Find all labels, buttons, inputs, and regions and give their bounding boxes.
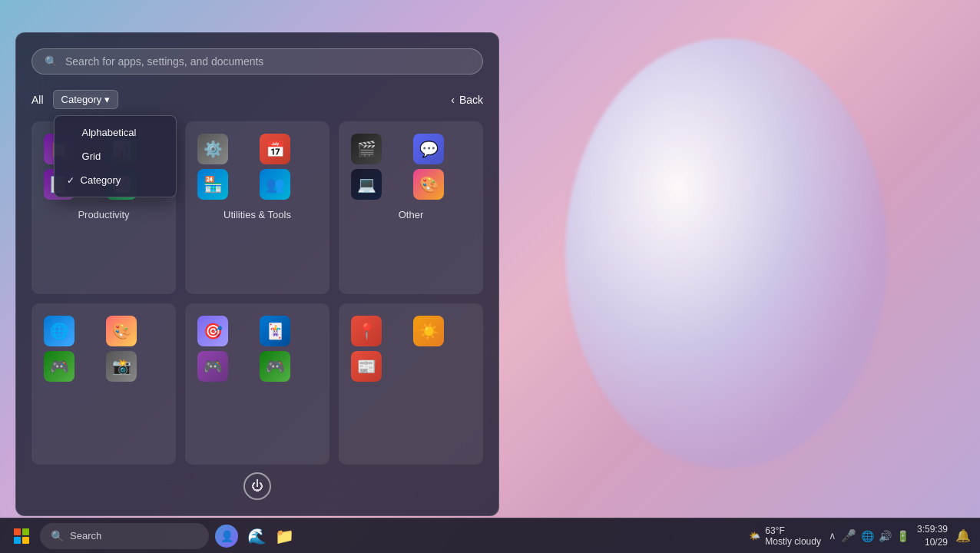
dropdown-item-grid[interactable]: Grid [55,144,176,168]
power-button-area: ⏻ [31,472,483,500]
clock-time: 3:59:39 [917,523,948,536]
search-bar[interactable]: 🔍 [31,48,483,75]
utilities-icons: ⚙️ 📅 🏪 👥 [197,134,317,200]
category-dropdown[interactable]: Category ▾ Alphabetical Grid Category [53,90,119,109]
folder-icon: 📁 [275,527,294,545]
edge-icon: 🌊 [247,527,267,545]
search-input[interactable] [65,55,470,68]
app-icon-photos: 🎨 [413,169,444,200]
filter-row: All Category ▾ Alphabetical Grid Categor… [31,90,483,109]
app-icon-xbox2: 🎮 [260,351,290,382]
entertainment-icons: 🎯 🃏 🎮 🎮 [197,316,317,382]
volume-icon[interactable]: 🔊 [879,530,892,542]
info-icons: 📍 ☀️ 📰 [351,316,471,382]
taskbar: 🔍 Search 👤 🌊 📁 🌤️ 63°F Mostly cloudy ∧ 🎤… [0,518,980,553]
weather-icon: 🌤️ [749,531,760,541]
category-card-info[interactable]: 📍 ☀️ 📰 [339,303,483,465]
win-logo-tr [22,528,29,535]
app-icon-msstore: 🏪 [197,169,228,200]
app-icon-empty [413,351,444,382]
app-icon-network: 🌐 [44,316,74,346]
taskbar-weather[interactable]: 🌤️ 63°F Mostly cloudy [749,525,821,547]
network-icon[interactable]: 🌐 [861,530,874,542]
power-button[interactable]: ⏻ [243,472,271,500]
category-card-gaming[interactable]: 🌐 🎨 🎮 📸 [31,303,176,465]
dropdown-item-alphabetical-label: Alphabetical [82,127,137,138]
win-logo-tl [14,528,21,535]
back-button[interactable]: ‹ Back [451,94,483,106]
app-icon-discord: 💬 [413,134,444,164]
mic-icon[interactable]: 🎤 [841,528,856,543]
app-icon-weather: ☀️ [413,316,444,346]
desktop-orb [565,38,888,469]
dropdown-item-category[interactable]: Category [55,168,176,192]
filter-all-button[interactable]: All [31,94,44,106]
notification-icon[interactable]: 🔔 [955,528,971,543]
category-card-utilities[interactable]: ⚙️ 📅 🏪 👥 Utilities & Tools [185,121,329,294]
app-icon-people: 👥 [260,169,290,200]
battery-icon[interactable]: 🔋 [896,530,909,542]
app-icon-terminal: 💻 [351,169,382,200]
category-label-other: Other [351,209,471,220]
weather-condition: Mostly cloudy [765,536,821,547]
dropdown-item-grid-label: Grid [82,151,101,162]
taskbar-right: 🌤️ 63°F Mostly cloudy ∧ 🎤 🌐 🔊 🔋 3:59:39 … [749,523,971,549]
category-label-utilities: Utilities & Tools [197,209,317,220]
start-menu: 🔍 All Category ▾ Alphabetical Grid Categ… [15,32,499,516]
app-icon-settings: ⚙️ [197,134,228,164]
app-icon-purple: 🎮 [197,351,228,382]
app-icon-solitaire: 🃏 [260,316,290,346]
taskbar-start-button[interactable] [9,524,34,548]
app-icon-maps: 📍 [351,316,382,346]
taskbar-search-icon: 🔍 [51,530,64,542]
sys-icons: ∧ 🎤 🌐 🔊 🔋 [829,528,909,543]
taskbar-search-label: Search [70,530,101,541]
taskbar-icon-folder[interactable]: 📁 [272,524,296,548]
back-chevron-icon: ‹ [451,94,455,106]
chevron-down-icon: ▾ [104,94,110,105]
taskbar-search[interactable]: 🔍 Search [40,523,209,549]
category-dropdown-label: Category [61,94,102,105]
category-card-entertainment[interactable]: 🎯 🃏 🎮 🎮 [185,303,329,465]
chevron-up-icon[interactable]: ∧ [829,530,836,541]
gaming-icons: 🌐 🎨 🎮 📸 [44,316,164,382]
back-label: Back [459,94,483,106]
app-icon-obs: 🎬 [351,134,382,164]
category-card-other[interactable]: 🎬 💬 💻 🎨 Other [339,121,483,294]
app-icon-3dviewer: 🎯 [197,316,228,346]
weather-temp: 63°F [765,525,821,536]
app-icon-news: 📰 [351,351,382,382]
taskbar-time[interactable]: 3:59:39 10/29 [917,523,948,549]
win-logo-br [22,537,29,544]
search-icon: 🔍 [45,55,58,68]
win-logo-bl [14,537,21,544]
app-icon-camera: 📸 [106,351,137,382]
app-icon-calendar: 📅 [260,134,290,164]
app-icon-paint: 🎨 [106,316,137,346]
dropdown-item-category-label: Category [81,174,121,186]
category-label-productivity: Productivity [44,209,164,220]
dropdown-menu: Alphabetical Grid Category [54,115,177,197]
taskbar-avatar[interactable]: 👤 [215,525,238,548]
avatar-image: 👤 [220,530,233,542]
clock-date: 10/29 [917,536,948,549]
dropdown-item-alphabetical[interactable]: Alphabetical [55,121,176,144]
taskbar-icon-edge[interactable]: 🌊 [244,524,269,548]
windows-logo [14,528,29,544]
weather-info: 63°F Mostly cloudy [765,525,821,547]
app-icon-xbox: 🎮 [44,351,74,382]
other-icons: 🎬 💬 💻 🎨 [351,134,471,200]
